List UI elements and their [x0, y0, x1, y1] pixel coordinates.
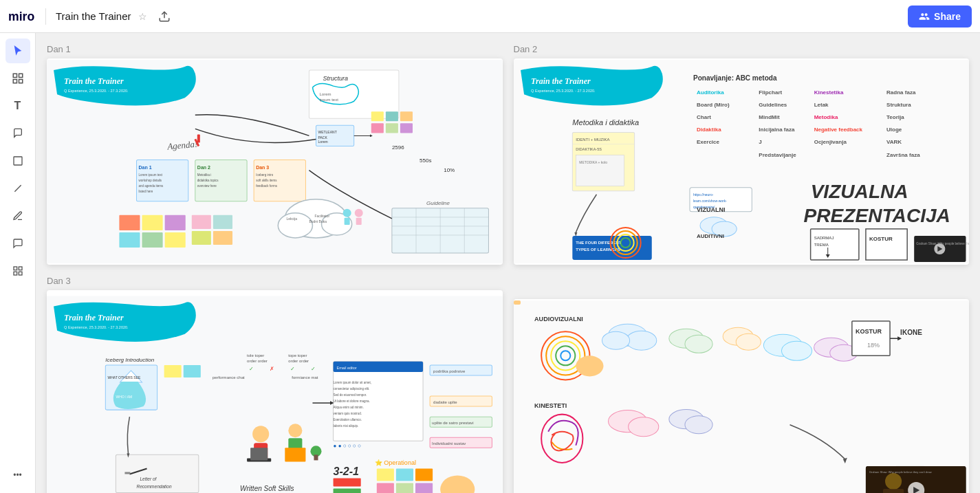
svg-rect-53 — [371, 111, 384, 121]
svg-text:VIZUALNI: VIZUALNI — [697, 206, 726, 213]
svg-text:Train the Trainer: Train the Trainer — [64, 76, 124, 86]
svg-text:laboris nisi aliquip.: laboris nisi aliquip. — [334, 424, 359, 428]
svg-rect-58 — [400, 123, 413, 133]
sticky-note-tool[interactable] — [6, 121, 30, 146]
svg-point-70 — [355, 209, 363, 217]
svg-text:PREZENTACIJA: PREZENTACIJA — [803, 205, 950, 226]
svg-text:Chart: Chart — [697, 114, 711, 120]
svg-text:J: J — [759, 139, 761, 145]
svg-rect-56 — [371, 123, 384, 133]
svg-text:IDENTI + MUZIKA: IDENTI + MUZIKA — [576, 138, 609, 142]
svg-text:Lorem ipsum dolor sit amet,: Lorem ipsum dolor sit amet, — [334, 381, 372, 384]
svg-text:learn.com/show-work-: learn.com/show-work- — [693, 199, 726, 203]
more-tools[interactable]: ••• — [6, 463, 30, 487]
svg-text:Structura: Structura — [323, 75, 349, 82]
svg-rect-128 — [865, 229, 906, 260]
svg-rect-40 — [192, 215, 211, 229]
svg-text:formiance   mat: formiance mat — [292, 375, 318, 380]
svg-rect-9 — [19, 267, 22, 270]
line-tool[interactable] — [6, 176, 30, 201]
canvas-area[interactable]: Dan 1 Train the Trainer Q Experience, 25… — [36, 33, 980, 493]
svg-rect-251 — [851, 321, 889, 355]
svg-text:podrška podrstve: podrška podrstve — [433, 369, 466, 373]
svg-rect-210 — [415, 483, 433, 493]
svg-text:Ocjenjivanja: Ocjenjivanja — [814, 139, 847, 145]
svg-text:TREMA: TREMA — [814, 243, 828, 247]
comment-tool[interactable] — [6, 231, 30, 256]
svg-text:Exercice: Exercice — [697, 139, 720, 145]
svg-text:Letak: Letak — [814, 102, 828, 108]
select-tool[interactable] — [6, 39, 30, 63]
svg-text:uplite de satro prestavi: uplite de satro prestavi — [432, 421, 474, 425]
svg-point-227 — [626, 331, 656, 350]
svg-rect-38 — [165, 215, 186, 230]
upload-button[interactable] — [154, 6, 175, 27]
grid-tool[interactable] — [6, 259, 30, 283]
svg-text:AUDIOVIZUALNI: AUDIOVIZUALNI — [534, 316, 583, 322]
rectangle-tool[interactable] — [6, 149, 30, 173]
svg-text:✓: ✓ — [290, 366, 295, 372]
svg-text:Didaktika: Didaktika — [697, 127, 721, 133]
dan2-board-frame[interactable]: Train the Trainer Q Experience, 25.3.202… — [514, 58, 970, 265]
svg-text:Individualni sustav: Individualni sustav — [432, 441, 466, 446]
svg-text:ipsum text: ipsum text — [319, 98, 338, 102]
dan3-board-frame[interactable]: Train the Trainer Q Experience, 25.3.202… — [47, 290, 503, 493]
svg-text:Metodika: Metodika — [814, 114, 838, 120]
main-area: T ••• Dan 1 — [0, 33, 980, 493]
svg-point-224 — [576, 355, 603, 376]
dan1-board-frame[interactable]: Train the Trainer Q Experience, 25.3.202… — [47, 58, 503, 265]
svg-text:Flipchart: Flipchart — [759, 89, 782, 96]
dan1-section: Dan 1 Train the Trainer Q Experience, 25… — [47, 44, 503, 265]
svg-text:VARK: VARK — [886, 139, 902, 145]
frames-tool[interactable] — [6, 66, 30, 91]
svg-rect-39 — [165, 232, 186, 248]
dan2-section: Dan 2 Train the Trainer Q Experience, 25… — [514, 44, 970, 265]
svg-rect-5 — [19, 80, 22, 83]
svg-rect-206 — [396, 469, 413, 481]
svg-rect-216 — [463, 481, 470, 493]
svg-point-238 — [684, 416, 712, 434]
svg-text:10%: 10% — [444, 167, 455, 173]
svg-rect-37 — [142, 232, 163, 248]
dan1-label: Dan 1 — [47, 44, 503, 54]
svg-text:tope      toper: tope toper — [288, 353, 307, 358]
share-button[interactable]: Share — [908, 6, 972, 28]
svg-rect-6 — [14, 157, 22, 165]
pencil-tool[interactable] — [6, 204, 30, 228]
svg-text:dadaite uplte: dadaite uplte — [433, 400, 457, 404]
svg-rect-41 — [213, 215, 232, 229]
svg-text:Dan 3: Dan 3 — [256, 165, 269, 170]
svg-text:Letter of: Letter of — [140, 477, 157, 482]
svg-rect-176 — [285, 448, 305, 461]
svg-point-174 — [288, 424, 302, 437]
svg-text:✗: ✗ — [270, 366, 274, 372]
svg-rect-34 — [119, 215, 140, 230]
dan2-extended: AUDIOVIZUALNI — [514, 276, 970, 493]
svg-rect-57 — [386, 123, 398, 133]
text-tool[interactable]: T — [6, 94, 30, 118]
svg-point-232 — [736, 333, 761, 350]
svg-text:THE FOUR DIFFERENT: THE FOUR DIFFERENT — [576, 241, 621, 245]
svg-text:Kinestetika: Kinestetika — [814, 89, 843, 96]
dan2-extended-frame[interactable]: AUDIOVIZUALNI — [514, 299, 970, 493]
dan3-label: Dan 3 — [47, 276, 503, 286]
svg-point-241 — [885, 473, 902, 490]
svg-text:Guideline: Guideline — [426, 200, 450, 206]
svg-text:Written Soft Skills: Written Soft Skills — [240, 485, 294, 492]
svg-text:Budni Buka: Budni Buka — [309, 219, 327, 223]
svg-text:Metodika i didaktika: Metodika i didaktika — [572, 118, 639, 127]
svg-text:Train the Trainer: Train the Trainer — [64, 313, 124, 322]
svg-text:veniam quis nostrud.: veniam quis nostrud. — [334, 412, 362, 415]
svg-text:Ponavljanje: ABC metoda: Ponavljanje: ABC metoda — [693, 74, 776, 82]
svg-text:tole       toper: tole toper — [247, 353, 264, 358]
svg-text:✓: ✓ — [249, 366, 254, 372]
favorite-icon[interactable]: ☆ — [138, 11, 147, 22]
svg-rect-157 — [124, 472, 130, 474]
svg-rect-151 — [164, 365, 182, 377]
svg-text:Sed do eiusmod tempor.: Sed do eiusmod tempor. — [334, 393, 367, 397]
svg-rect-43 — [213, 231, 232, 245]
svg-text:Q Experience, 25.3.2020. - 27.: Q Experience, 25.3.2020. - 27.3.2020. — [531, 89, 596, 93]
svg-text:Metodika i: Metodika i — [197, 173, 212, 177]
svg-rect-55 — [400, 111, 413, 121]
svg-text:order     order: order order — [288, 359, 309, 363]
